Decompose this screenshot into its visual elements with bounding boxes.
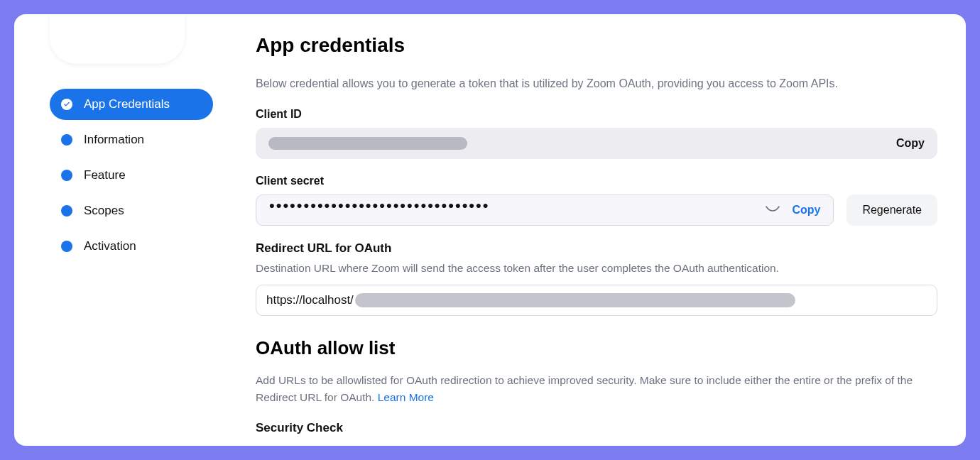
circle-dot-icon <box>61 205 72 217</box>
client-id-field[interactable]: Copy <box>256 128 937 159</box>
sidebar-item-information[interactable]: Information <box>50 124 213 155</box>
redirect-url-redacted <box>355 293 795 307</box>
regenerate-button[interactable]: Regenerate <box>846 195 937 226</box>
circle-dot-icon <box>61 134 72 146</box>
client-id-redacted <box>268 137 467 150</box>
client-secret-field[interactable]: •••••••••••••••••••••••••••••••• Copy <box>256 195 834 226</box>
sidebar-item-feature[interactable]: Feature <box>50 160 213 191</box>
sidebar: App Credentials Information Feature Scop… <box>14 14 249 446</box>
oauth-allow-list-title: OAuth allow list <box>256 337 937 359</box>
circle-dot-icon <box>61 170 72 181</box>
sidebar-nav: App Credentials Information Feature Scop… <box>50 89 213 262</box>
client-id-label: Client ID <box>256 108 937 121</box>
sidebar-item-label: Information <box>84 133 144 147</box>
sidebar-item-label: App Credentials <box>84 97 170 111</box>
main-content: App credentials Below credential allows … <box>249 14 966 446</box>
page-description: Below credential allows you to generate … <box>256 75 937 92</box>
app-card: App Credentials Information Feature Scop… <box>14 14 966 446</box>
redirect-url-heading: Redirect URL for OAuth <box>256 241 937 256</box>
page-title: App credentials <box>256 34 937 57</box>
check-circle-icon <box>61 99 72 110</box>
sidebar-item-label: Feature <box>84 168 126 182</box>
oauth-allow-list-description: Add URLs to be allowlisted for OAuth red… <box>256 372 937 405</box>
sidebar-item-label: Scopes <box>84 204 124 218</box>
sidebar-item-scopes[interactable]: Scopes <box>50 195 213 226</box>
redirect-url-description: Destination URL where Zoom will send the… <box>256 260 937 276</box>
logo-area <box>50 14 213 75</box>
eye-closed-icon[interactable] <box>765 204 780 217</box>
client-secret-copy-button[interactable]: Copy <box>792 204 820 217</box>
sidebar-item-app-credentials[interactable]: App Credentials <box>50 89 213 120</box>
client-secret-label: Client secret <box>256 175 937 187</box>
logo-placeholder <box>50 14 185 64</box>
client-id-copy-button[interactable]: Copy <box>896 137 925 150</box>
redirect-url-input[interactable]: https://localhost/ <box>256 285 937 316</box>
sidebar-item-activation[interactable]: Activation <box>50 231 213 262</box>
learn-more-link[interactable]: Learn More <box>378 391 434 403</box>
sidebar-item-label: Activation <box>84 239 136 253</box>
security-check-heading: Security Check <box>256 421 937 435</box>
circle-dot-icon <box>61 241 72 252</box>
client-secret-value: •••••••••••••••••••••••••••••••• <box>269 198 489 214</box>
redirect-url-value: https://localhost/ <box>266 293 354 307</box>
